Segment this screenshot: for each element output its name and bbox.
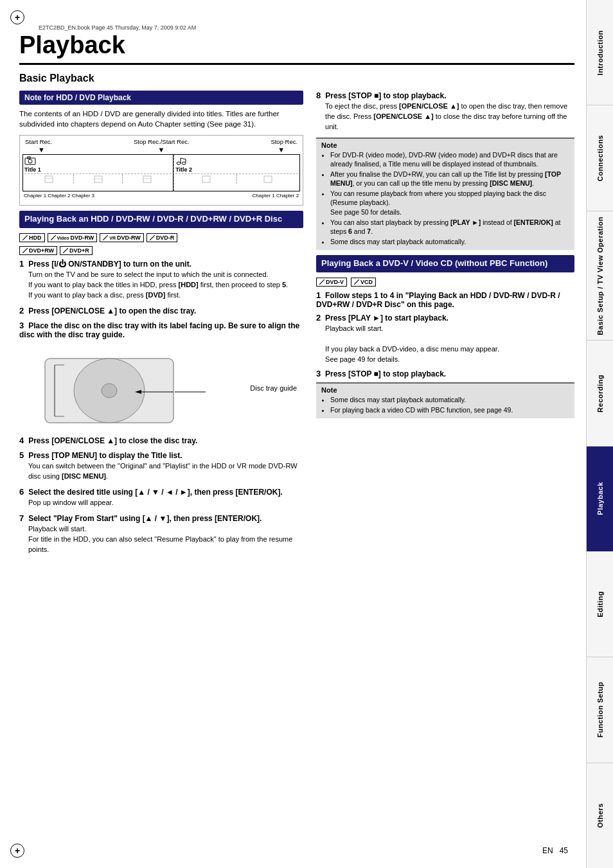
step6-title: Select the desired title using [▲ / ▼ / … [28, 488, 283, 497]
disc-tray-svg [32, 346, 212, 429]
chapter2-icon [94, 175, 103, 183]
svg-rect-14 [202, 176, 210, 182]
step1-num: 1 [19, 259, 26, 269]
note-right-item-2: After you finalise the DVD+RW, you can c… [330, 170, 569, 188]
slash-icon-dvdplusr [63, 248, 68, 253]
dvdv-icon: DVD-V [316, 278, 347, 287]
step5-body: You can switch between the "Original" an… [19, 461, 303, 482]
step-4: 4 Press [OPEN/CLOSE ▲] to close the disc… [19, 436, 303, 445]
svg-line-31 [319, 279, 324, 285]
dvdv-step2-body: Playback will start. If you play back a … [316, 324, 574, 365]
step4-title: Press [OPEN/CLOSE ▲] to close the disc t… [28, 436, 197, 445]
step-7: 7 Select "Play From Start" using [▲ / ▼]… [19, 513, 303, 555]
note-right-item-4: You can also start playback by pressing … [330, 218, 569, 236]
page-container: E2TC2BD_EN.book Page 45 Thursday, May 7,… [0, 0, 613, 868]
step8-body: To eject the disc, press [OPEN/CLOSE ▲] … [316, 102, 574, 132]
step8-title: Press [STOP ■] to stop playback. [325, 91, 446, 100]
chapter3-icon [143, 175, 152, 183]
step7-title: Select "Play From Start" using [▲ / ▼], … [28, 514, 262, 523]
svg-rect-3 [45, 176, 53, 182]
left-column: Note for HDD / DVD Playback The contents… [19, 91, 303, 560]
disc-tray-guide-label: Disc tray guide [250, 384, 297, 392]
dvdr-icon: DVD-R [147, 233, 178, 242]
right-sidebar: Introduction Connections Basic Setup / T… [586, 0, 613, 868]
dvdv-step1-num: 1 [316, 290, 323, 300]
hdd-icon: HDD [19, 233, 45, 242]
note-right-item-5: Some discs may start playback automatica… [330, 237, 569, 246]
svg-line-18 [103, 235, 108, 240]
crosshair-tl [10, 10, 24, 24]
svg-line-21 [63, 248, 68, 253]
stop-rec-label: Stop Rec. [271, 138, 298, 145]
device-icons-row2: DVD+RW DVD+R [19, 246, 303, 255]
svg-rect-7 [143, 176, 151, 182]
step5-num: 5 [19, 450, 26, 460]
dvdv-step-1: 1 Follow steps 1 to 4 in "Playing Back a… [316, 290, 574, 309]
page-number: 45 [560, 846, 568, 855]
page-footer: EN 45 [542, 846, 568, 855]
note-right-item-3: You can resume playback from where you s… [330, 189, 569, 217]
stop-start-rec-label: Stop Rec./Start Rec. [134, 138, 190, 145]
step7-num: 7 [19, 513, 26, 523]
step-2: 2 Press [OPEN/CLOSE ▲] to open the disc … [19, 306, 303, 315]
sidebar-others[interactable]: Others [587, 763, 613, 868]
svg-line-11 [181, 158, 186, 159]
sidebar-recording-label: Recording [596, 375, 604, 412]
sidebar-function-setup[interactable]: Function Setup [587, 657, 613, 763]
note-right-box: Note For DVD-R (video mode), DVD-RW (vid… [316, 137, 574, 251]
step3-title: Place the disc on the disc tray with its… [19, 321, 299, 339]
step5-title: Press [TOP MENU] to display the Title li… [28, 451, 182, 460]
dvdv-step1-title: Follow steps 1 to 4 in "Playing Back an … [316, 291, 560, 309]
sidebar-playback[interactable]: Playback [587, 447, 613, 552]
sidebar-basic-setup-label: Basic Setup / TV View Operation [596, 217, 604, 335]
dvdv-section: Playing Back a DVD-V / Video CD (without… [316, 255, 574, 418]
dvdv-heading-box: Playing Back a DVD-V / Video CD (without… [316, 255, 574, 272]
sidebar-connections-label: Connections [596, 135, 604, 181]
step-5: 5 Press [TOP MENU] to display the Title … [19, 450, 303, 482]
playing-back-hdd-box: Playing Back an HDD / DVD-RW / DVD-R / D… [19, 211, 303, 228]
sidebar-recording[interactable]: Recording [587, 341, 613, 446]
arrow-down-1: ▼ [38, 146, 45, 154]
slash-icon-dvdrw [51, 235, 56, 240]
step-1: 1 Press [I/⏻ ON/STANDBY] to turn on the … [19, 259, 303, 301]
sidebar-others-label: Others [596, 803, 604, 828]
disc-tray-area: Disc tray guide [32, 346, 303, 429]
step6-num: 6 [19, 487, 26, 497]
sidebar-editing[interactable]: Editing [587, 552, 613, 657]
dvdplusrw-icon: DVD+RW [19, 246, 57, 255]
dvdv-step-3: 3 Press [STOP ■] to stop playback. [316, 369, 574, 378]
sidebar-introduction-label: Introduction [596, 30, 604, 75]
sidebar-editing-label: Editing [596, 591, 604, 617]
sidebar-connections[interactable]: Connections [587, 105, 613, 211]
note-right-item-1: For DVD-R (video mode), DVD-RW (video mo… [330, 150, 569, 168]
slash-icon-hdd [22, 235, 28, 240]
slash-dvdv [319, 279, 324, 285]
ch2-1-icon [202, 175, 211, 183]
dvdv-icons: DVD-V VCD [316, 278, 574, 287]
step3-num: 3 [19, 321, 26, 330]
note-right-list: For DVD-R (video mode), DVD-RW (video mo… [321, 150, 569, 247]
dvdv-step2-num: 2 [316, 313, 323, 323]
device-icons-row: HDD VideoDVD-RW VRDVD-RW DVD-R [19, 233, 303, 242]
dvdv-note-list: Some discs may start playback automatica… [321, 395, 569, 414]
arrow-down-3: ▼ [278, 146, 285, 154]
dvdv-note-title: Note [321, 386, 569, 394]
note-hdd-dvd-box: Note for HDD / DVD Playback [19, 91, 303, 105]
chapters-left: Chapter 1 Chapter 2 Chapter 3 [24, 193, 94, 199]
step4-num: 4 [19, 436, 26, 445]
dvdv-note-box: Note Some discs may start playback autom… [316, 382, 574, 418]
slash-icon-dvdrwvr [103, 235, 108, 240]
recording-diagram: Start Rec. Stop Rec./Start Rec. Stop Rec… [19, 135, 303, 206]
svg-line-16 [22, 235, 28, 240]
dvdv-step2-title: Press [PLAY ►] to start playback. [325, 314, 449, 323]
sidebar-basic-setup[interactable]: Basic Setup / TV View Operation [587, 211, 613, 341]
step2-num: 2 [19, 306, 26, 315]
sidebar-introduction[interactable]: Introduction [587, 0, 613, 105]
step7-body: Playback will start. For title in the HD… [19, 524, 303, 555]
dvdv-note-item-1: Some discs may start playback automatica… [330, 395, 569, 404]
svg-rect-15 [264, 176, 272, 182]
svg-point-1 [28, 159, 32, 163]
step-8: 8 Press [STOP ■] to stop playback. To ej… [316, 91, 574, 132]
dvdplusr-icon: DVD+R [60, 246, 93, 255]
step1-body: Turn on the TV and be sure to select the… [19, 270, 303, 301]
